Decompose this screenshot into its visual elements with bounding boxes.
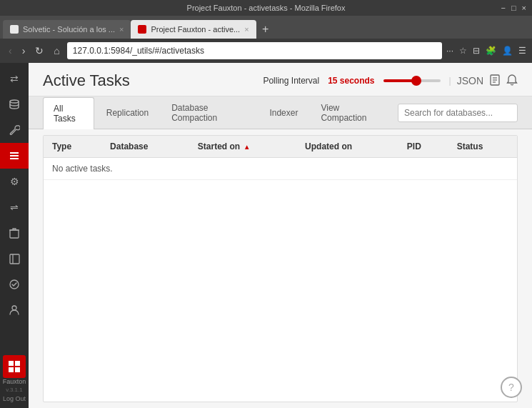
sidebar-icon-activetasks[interactable] <box>0 143 29 169</box>
docs-button[interactable] <box>489 74 501 88</box>
database-search-input[interactable] <box>398 104 518 122</box>
tab2-label: Project Fauxton - active... <box>151 25 240 34</box>
table-body: No active tasks. <box>44 158 517 180</box>
tab2-favicon <box>138 25 146 34</box>
header-right: Polling Interval 15 seconds | JSON <box>263 74 518 88</box>
sidebar-icon-wrench[interactable] <box>0 117 29 143</box>
svg-rect-2 <box>10 155 19 156</box>
col-status: Status <box>448 136 517 158</box>
svg-rect-3 <box>10 158 19 159</box>
sidebar-icon-user[interactable] <box>0 297 29 323</box>
address-bar: ‹ › ↻ ⌂ ··· ☆ ⊟ 🧩 👤 ☰ <box>0 39 532 63</box>
browser-toolbar-icons: ··· ☆ ⊟ 🧩 👤 ☰ <box>446 46 526 56</box>
col-updated-on: Updated on <box>296 136 398 158</box>
tab-all-tasks[interactable]: All Tasks <box>43 97 94 129</box>
svg-rect-12 <box>9 367 14 372</box>
browser-tab-bar: Solvetic - Solución a los ... × Project … <box>0 16 532 39</box>
svg-rect-10 <box>9 361 14 366</box>
main-content: Active Tasks Polling Interval 15 seconds… <box>29 63 532 408</box>
sidebar-panel-icon[interactable]: ⊟ <box>473 46 480 56</box>
sidebar-icon-replication[interactable]: ⇌ <box>0 194 29 220</box>
col-type: Type <box>44 136 101 158</box>
tab-view-compaction[interactable]: View Compaction <box>310 96 391 129</box>
tab-database-compaction[interactable]: Database Compaction <box>161 96 257 129</box>
window-controls[interactable]: − □ × <box>501 4 526 12</box>
sort-indicator: ▴ <box>245 143 249 151</box>
sidebar-icon-database[interactable] <box>0 91 29 117</box>
svg-point-0 <box>10 100 19 103</box>
forward-button[interactable]: › <box>19 44 29 58</box>
back-button[interactable]: ‹ <box>6 44 15 58</box>
menu-icon[interactable]: ☰ <box>518 46 526 56</box>
sidebar-icon-arrow[interactable]: ⇄ <box>0 66 29 91</box>
tab1-label: Solvetic - Solución a los ... <box>23 25 115 34</box>
sidebar-logo <box>3 355 26 378</box>
app-name: Fauxton v.3.1.1 <box>3 378 26 394</box>
table-header: Type Database Started on ▴ Updated on PI… <box>44 136 517 158</box>
sidebar-icon-gear[interactable]: ⚙ <box>0 169 29 194</box>
svg-rect-1 <box>10 152 19 154</box>
polling-value: 15 seconds <box>328 76 374 86</box>
page-title: Active Tasks <box>43 71 130 90</box>
tasks-table-container: Type Database Started on ▴ Updated on PI… <box>43 135 518 402</box>
no-tasks-row: No active tasks. <box>44 158 517 180</box>
tab1-close[interactable]: × <box>119 25 124 34</box>
no-tasks-message: No active tasks. <box>44 158 517 180</box>
bell-button[interactable] <box>506 74 518 88</box>
tabs-bar: All Tasks Replication Database Compactio… <box>29 96 532 129</box>
help-button[interactable]: ? <box>501 377 522 398</box>
svg-rect-11 <box>15 361 20 366</box>
address-input[interactable] <box>67 42 442 59</box>
profile-icon[interactable]: 👤 <box>502 46 513 56</box>
polling-slider-container[interactable] <box>383 79 441 82</box>
sidebar: ⇄ ⚙ ⇌ Fauxton v.3.1.1 <box>0 63 29 408</box>
col-started-on[interactable]: Started on ▴ <box>189 136 296 158</box>
tab1-favicon <box>10 25 19 34</box>
bookmark-dots-icon[interactable]: ··· <box>446 46 453 56</box>
page-header: Active Tasks Polling Interval 15 seconds… <box>29 63 532 96</box>
browser-tab-2[interactable]: Project Fauxton - active... × <box>131 20 256 39</box>
sidebar-icon-book[interactable] <box>0 246 29 272</box>
col-database: Database <box>101 136 189 158</box>
tab-replication[interactable]: Replication <box>96 101 159 124</box>
svg-rect-4 <box>10 230 19 238</box>
toolbar-separator: | <box>449 76 451 86</box>
new-tab-button[interactable]: + <box>256 20 275 39</box>
sidebar-icon-verify[interactable] <box>0 272 29 297</box>
logout-button[interactable]: Log Out <box>3 395 26 402</box>
polling-slider[interactable] <box>383 79 441 82</box>
extensions-icon[interactable]: 🧩 <box>486 46 496 56</box>
browser-titlebar: Project Fauxton - activetasks - Mozilla … <box>0 0 532 16</box>
svg-point-9 <box>12 306 16 310</box>
header-toolbar: | JSON <box>449 74 518 88</box>
sidebar-icon-trash[interactable] <box>0 220 29 246</box>
tab-indexer[interactable]: Indexer <box>259 101 308 124</box>
tab2-close[interactable]: × <box>244 25 249 34</box>
home-button[interactable]: ⌂ <box>51 44 62 58</box>
tasks-table: Type Database Started on ▴ Updated on PI… <box>44 136 517 180</box>
svg-rect-6 <box>10 254 19 264</box>
refresh-button[interactable]: ↻ <box>32 44 46 58</box>
col-pid: PID <box>398 136 448 158</box>
browser-tab-1[interactable]: Solvetic - Solución a los ... × <box>3 20 131 39</box>
svg-rect-13 <box>15 367 20 372</box>
browser-title: Project Fauxton - activetasks - Mozilla … <box>187 4 346 12</box>
bookmark-star-icon[interactable]: ☆ <box>459 46 467 56</box>
app-container: ⇄ ⚙ ⇌ Fauxton v.3.1.1 <box>0 63 532 408</box>
sidebar-bottom: Fauxton v.3.1.1 Log Out <box>3 355 26 408</box>
json-button[interactable]: JSON <box>457 75 483 86</box>
polling-label: Polling Interval <box>263 76 319 86</box>
